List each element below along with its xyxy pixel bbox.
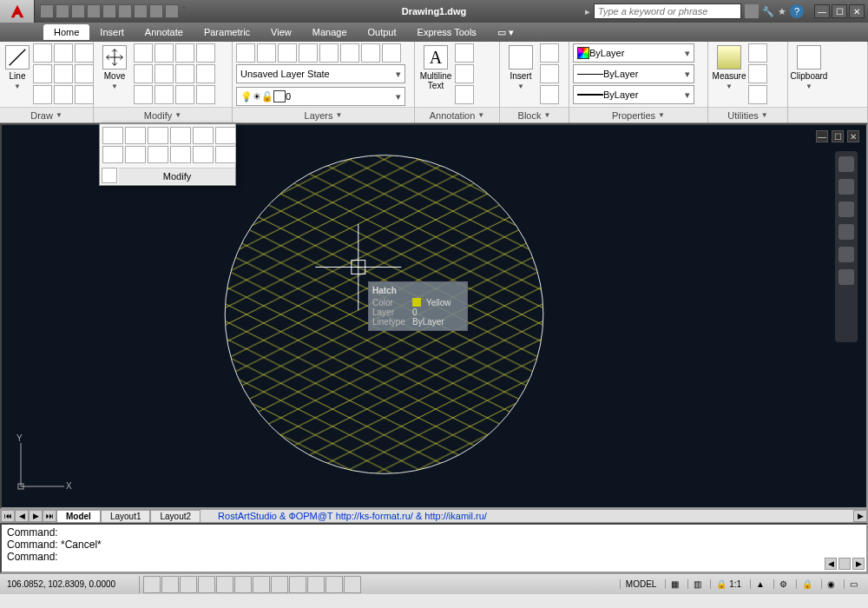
mf-setbypt-icon[interactable]	[102, 127, 123, 144]
rectangle-icon[interactable]	[54, 64, 73, 83]
mf-draworder-icon[interactable]	[148, 127, 168, 144]
point-icon[interactable]	[54, 85, 73, 104]
panel-utilities-label[interactable]: Utilities▼	[708, 107, 787, 122]
ducs-toggle[interactable]	[253, 576, 270, 593]
hatch-icon[interactable]	[75, 64, 94, 83]
binoculars-icon[interactable]	[745, 4, 759, 18]
panel-block-label[interactable]: Block▼	[500, 107, 569, 122]
line-dropdown-icon[interactable]: ▼	[14, 83, 21, 90]
tab-express-tools[interactable]: Express Tools	[407, 24, 487, 40]
edit-attr-icon[interactable]	[540, 85, 559, 104]
tab-home[interactable]: Home	[43, 24, 89, 40]
cmd-scroll-thumb[interactable]	[838, 558, 851, 570]
tab-last-icon[interactable]: ⏭	[43, 510, 56, 522]
layer-prev-icon[interactable]	[382, 43, 401, 63]
clipboard-button[interactable]: Clipboard ▼	[792, 43, 826, 92]
tab-layout2[interactable]: Layout2	[150, 510, 201, 523]
osnap-toggle[interactable]	[216, 576, 233, 593]
panel-properties-label[interactable]: Properties▼	[569, 107, 707, 122]
comm-center-icon[interactable]: 🔧	[762, 6, 774, 17]
copy-icon[interactable]	[134, 43, 153, 63]
quickview-drawings-icon[interactable]: ▥	[687, 579, 707, 589]
qat-props-icon[interactable]	[165, 4, 179, 18]
color-combo[interactable]: ByLayer	[573, 43, 694, 63]
spline-icon[interactable]	[33, 85, 52, 104]
panel-annotation-label[interactable]: Annotation▼	[415, 107, 499, 122]
hscroll-right-icon[interactable]: ▶	[853, 510, 867, 522]
maximize-button[interactable]: ☐	[832, 4, 847, 18]
line-button[interactable]: Line ▼	[3, 43, 31, 92]
tab-insert[interactable]: Insert	[89, 24, 135, 40]
mf-break-icon[interactable]	[170, 127, 191, 144]
mf-lengthen-icon[interactable]	[148, 146, 168, 163]
tab-collapse-icon[interactable]: ▭ ▾	[487, 24, 524, 41]
leader-icon[interactable]	[455, 64, 474, 83]
mf-edit-hatch-icon[interactable]	[125, 127, 146, 144]
cmd-scroll-right-icon[interactable]: ▶	[852, 558, 865, 570]
close-button[interactable]: ✕	[849, 4, 865, 18]
trim-icon[interactable]	[175, 43, 194, 63]
search-arrow-icon[interactable]: ▸	[585, 6, 590, 17]
annotation-scale[interactable]: 🔒 1:1	[710, 579, 746, 589]
measure-button[interactable]: Measure ▼	[712, 43, 746, 92]
ellipse-icon[interactable]	[33, 64, 52, 83]
footer-link[interactable]: RostArtStudio & ФОРМ@Т http://ks-format.…	[218, 511, 487, 521]
minimize-button[interactable]: —	[814, 4, 830, 18]
erase-icon[interactable]	[196, 43, 215, 63]
qp-toggle[interactable]	[307, 576, 325, 593]
dimension-icon[interactable]	[455, 43, 474, 63]
layer-combo[interactable]: 💡 ☀ 🔓 0	[236, 87, 405, 106]
cmd-scroll-left-icon[interactable]: ◀	[825, 558, 837, 570]
orbit-icon[interactable]	[838, 247, 854, 262]
mf-edit-pline-icon[interactable]	[170, 146, 191, 163]
zoom-extents-icon[interactable]	[838, 224, 854, 240]
polyline-icon[interactable]	[33, 43, 52, 63]
tab-layout1[interactable]: Layout1	[101, 510, 151, 523]
layer-states-icon[interactable]	[257, 43, 276, 63]
pan-icon[interactable]	[838, 202, 854, 217]
app-logo[interactable]	[0, 0, 35, 23]
model-space-button[interactable]: MODEL	[620, 579, 662, 589]
scale-icon[interactable]	[155, 64, 174, 83]
mf-change-space-icon[interactable]	[215, 146, 236, 163]
fillet-icon[interactable]	[175, 64, 194, 83]
insert-button[interactable]: Insert ▼	[503, 43, 538, 92]
grid-toggle[interactable]	[161, 576, 179, 593]
qat-print-icon[interactable]	[118, 4, 132, 18]
layer-lock-icon[interactable]	[340, 43, 359, 63]
insert-dropdown-icon[interactable]: ▼	[517, 83, 524, 90]
layer-freeze-icon[interactable]	[299, 43, 318, 63]
help-icon[interactable]: ?	[790, 4, 804, 18]
panel-draw-label[interactable]: Draw▼	[0, 107, 93, 122]
explode-icon[interactable]	[196, 64, 215, 83]
dyn-toggle[interactable]	[271, 576, 288, 593]
move-button[interactable]: Move ▼	[97, 43, 132, 92]
ortho-toggle[interactable]	[180, 576, 197, 593]
tab-first-icon[interactable]: ⏮	[1, 510, 15, 522]
tab-next-icon[interactable]: ▶	[29, 510, 43, 522]
showmotion-icon[interactable]	[838, 269, 854, 285]
edit-block-icon[interactable]	[540, 64, 559, 83]
qat-plot-icon[interactable]	[134, 4, 148, 18]
mf-join-icon[interactable]	[193, 127, 214, 144]
annotation-visibility-icon[interactable]: ▲	[750, 579, 770, 589]
mf-copy-nested-icon[interactable]	[125, 146, 146, 163]
lineweight-combo[interactable]: ByLayer	[573, 85, 694, 104]
clipboard-dropdown-icon[interactable]: ▼	[806, 83, 812, 90]
table-icon[interactable]	[455, 85, 474, 104]
panel-layers-label[interactable]: Layers▼	[233, 107, 414, 122]
layer-state-combo[interactable]: Unsaved Layer State	[236, 64, 405, 83]
vp-close-icon[interactable]: ✕	[847, 130, 859, 142]
qat-publish-icon[interactable]	[149, 4, 163, 18]
create-block-icon[interactable]	[540, 43, 559, 63]
workspace-switching-icon[interactable]: ⚙	[773, 579, 792, 589]
qat-more-icon[interactable]: ▼	[181, 4, 187, 18]
qat-redo-icon[interactable]	[102, 4, 116, 18]
favorites-icon[interactable]: ★	[778, 6, 786, 17]
rotate-icon[interactable]	[155, 43, 174, 63]
selectall-icon[interactable]	[748, 64, 767, 83]
quickview-layouts-icon[interactable]: ▦	[665, 579, 684, 589]
layer-props-icon[interactable]	[236, 43, 255, 63]
vp-minimize-icon[interactable]: —	[816, 130, 828, 142]
mf-edit-spline-icon[interactable]	[193, 146, 214, 163]
